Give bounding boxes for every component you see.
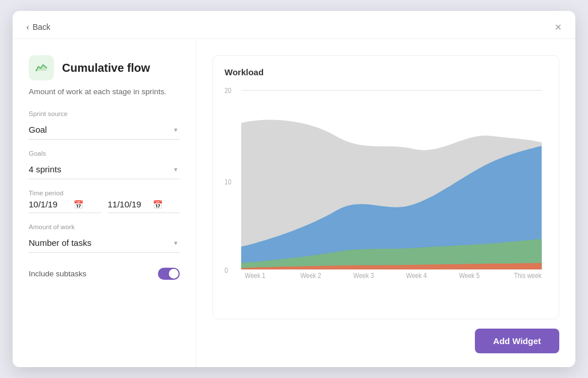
goals-wrapper: 4 sprints ▾ (29, 160, 180, 179)
widget-header: Cumulative flow (29, 55, 180, 80)
time-period-group: Time period 📅 📅 (29, 190, 180, 213)
date-row: 📅 📅 (29, 199, 180, 213)
sprint-source-group: Sprint source Goal ▾ (29, 110, 180, 140)
amount-wrapper: Number of tasks ▾ (29, 233, 180, 253)
svg-text:Week 2: Week 2 (300, 272, 321, 279)
amount-work-group: Amount of work Number of tasks ▾ (29, 223, 180, 253)
svg-text:0: 0 (225, 267, 228, 274)
close-button[interactable]: × (555, 21, 562, 33)
date-from-wrap: 📅 (29, 199, 101, 213)
chart-container: Workload 20 10 0 (212, 55, 559, 319)
time-period-label: Time period (29, 190, 180, 196)
sidebar: Cumulative flow Amount of work at each s… (13, 39, 196, 367)
calendar-from-icon[interactable]: 📅 (74, 200, 83, 209)
widget-description: Amount of work at each stage in sprints. (29, 86, 180, 98)
back-chevron-icon: ‹ (26, 22, 29, 32)
svg-text:Week 4: Week 4 (406, 272, 427, 279)
modal-body: Cumulative flow Amount of work at each s… (13, 39, 575, 367)
goals-select[interactable]: 4 sprints (29, 160, 180, 179)
svg-text:10: 10 (225, 178, 231, 186)
goals-group: Goals 4 sprints ▾ (29, 150, 180, 179)
toggle-knob (169, 269, 179, 279)
add-widget-button[interactable]: Add Widget (475, 329, 559, 353)
subtasks-toggle[interactable] (158, 268, 180, 280)
date-to-input[interactable] (108, 199, 148, 209)
back-button[interactable]: ‹ Back (26, 22, 51, 32)
modal-container: ‹ Back × Cumulative flow Amount of work … (13, 11, 575, 367)
add-widget-row: Add Widget (212, 329, 559, 353)
calendar-to-icon[interactable]: 📅 (153, 200, 163, 209)
subtasks-label: Include subtasks (29, 269, 87, 278)
close-icon: × (555, 21, 562, 33)
svg-text:This week: This week (514, 272, 541, 279)
amount-label: Amount of work (29, 223, 180, 230)
chart-title: Workload (225, 67, 547, 77)
svg-text:Week 3: Week 3 (353, 272, 374, 279)
svg-text:Week 1: Week 1 (245, 272, 265, 279)
sprint-source-select[interactable]: Goal (29, 120, 180, 140)
widget-icon (29, 55, 54, 80)
goals-label: Goals (29, 150, 180, 157)
svg-text:20: 20 (225, 87, 231, 94)
widget-title: Cumulative flow (62, 61, 150, 75)
subtasks-toggle-row: Include subtasks (29, 268, 180, 280)
date-to-wrap: 📅 (108, 199, 180, 213)
date-from-input[interactable] (29, 199, 69, 209)
back-label: Back (33, 22, 51, 32)
sprint-source-label: Sprint source (29, 110, 180, 117)
main-content: Workload 20 10 0 (196, 39, 575, 367)
sprint-source-wrapper: Goal ▾ (29, 120, 180, 140)
svg-text:Week 5: Week 5 (459, 272, 479, 279)
modal-header: ‹ Back × (13, 11, 575, 39)
chart-area: 20 10 0 (225, 84, 547, 279)
amount-select[interactable]: Number of tasks (29, 233, 180, 253)
